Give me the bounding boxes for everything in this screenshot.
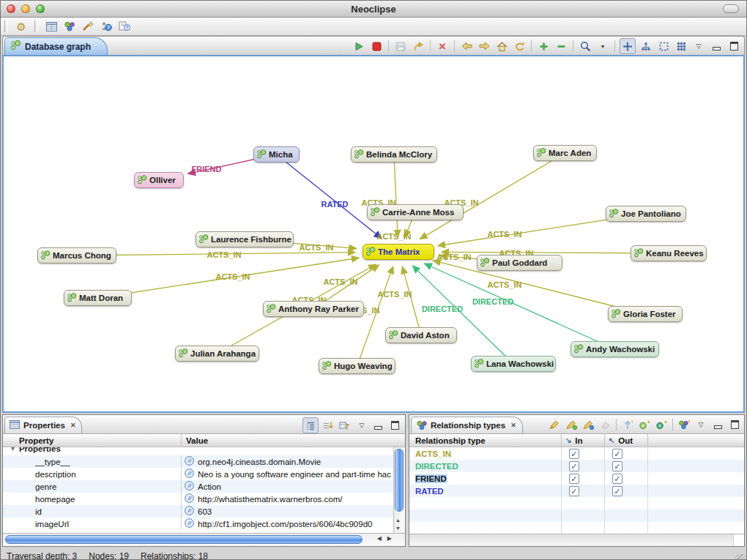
tree-icon[interactable] (302, 417, 319, 433)
graph-canvas[interactable]: FRIENDRATEDACTS_INACTS_INACTS_INACTS_INA… (2, 55, 745, 413)
tab-database-graph[interactable]: Database graph (4, 37, 108, 55)
relationship-row-friend[interactable]: FRIEND✓✓ (409, 472, 744, 485)
minimize-icon[interactable] (709, 39, 724, 53)
menu-icon[interactable]: ▽ (694, 417, 708, 432)
graph-node-keanu[interactable]: Keanu Reeves (631, 245, 707, 261)
maximize-icon[interactable] (388, 418, 403, 433)
out-checkbox[interactable]: ✓ (612, 461, 622, 471)
help-doc-icon[interactable]: ? (117, 19, 132, 34)
property-row-genre[interactable]: genre//Action (3, 480, 405, 493)
property-row-__type__[interactable]: __type__//org.neo4j.cineasts.domain.Movi… (3, 455, 405, 468)
save-icon[interactable] (393, 39, 408, 53)
column-in[interactable]: ↘In (561, 434, 604, 447)
layout-grid-dash-icon[interactable] (656, 39, 671, 53)
in-checkbox[interactable]: ✓ (569, 449, 579, 459)
zoom-in-icon[interactable] (536, 39, 551, 53)
scroll-left-icon[interactable]: ◀ (374, 535, 384, 542)
toolbar-drag-handle[interactable] (34, 20, 38, 32)
graph-nodes-icon[interactable] (62, 19, 77, 34)
tab-properties[interactable]: Properties ✕ (4, 417, 82, 433)
gear-icon[interactable]: ⚙ (14, 19, 29, 34)
relationship-row-acts_in[interactable]: ACTS_IN✓✓ (409, 447, 744, 460)
maximize-icon[interactable] (727, 417, 742, 432)
menu-icon[interactable]: ▽ (691, 39, 706, 53)
close-relationship-types-icon[interactable]: ✕ (510, 422, 516, 429)
marker-add-out-icon[interactable] (581, 417, 595, 432)
resize-grip[interactable] (735, 554, 745, 560)
layout-tree-icon[interactable] (639, 39, 653, 53)
properties-group-row[interactable]: ▼ Properties (3, 447, 405, 455)
inc-arrow-icon[interactable]: ✦ (620, 417, 635, 432)
graph-node-lana[interactable]: Lana Wachowski (471, 356, 556, 372)
out-checkbox[interactable]: ✓ (612, 474, 622, 484)
graph-node-belinda[interactable]: Belinda McClory (351, 146, 437, 163)
graph-node-marcus[interactable]: Marcus Chong (37, 247, 116, 264)
in-checkbox[interactable]: ✓ (569, 486, 579, 496)
layout-radial-icon[interactable] (620, 38, 636, 54)
zoom-out-icon[interactable] (554, 39, 568, 53)
back-icon[interactable] (459, 39, 474, 53)
forward-icon[interactable] (477, 39, 491, 53)
close-properties-icon[interactable]: ✕ (70, 422, 76, 429)
property-row-homepage[interactable]: homepage//http://whatisthematrix.warnerb… (3, 493, 405, 505)
stop-icon[interactable] (369, 39, 384, 53)
graph-node-matt[interactable]: Matt Doran (64, 290, 132, 306)
graph-node-paul[interactable]: Paul Goddard (477, 255, 562, 271)
graph-node-olliver[interactable]: Olliver (134, 172, 184, 188)
graph-node-hugo[interactable]: Hugo Weaving (319, 358, 395, 374)
maximize-icon[interactable] (726, 39, 741, 53)
graph-node-david[interactable]: David Aston (385, 327, 457, 343)
types-add-icon[interactable]: ✦ (677, 417, 691, 432)
minimize-icon[interactable] (710, 417, 725, 432)
home-icon[interactable] (494, 39, 509, 53)
toolbar-drag-handle[interactable] (4, 20, 8, 32)
out-checkbox[interactable]: ✓ (612, 486, 622, 496)
node-add-out-icon[interactable]: ✦ (637, 417, 652, 432)
scroll-up-icon[interactable]: ▲ (395, 518, 401, 523)
property-row-imageUrl[interactable]: imageUrl//http://cf1.imgobject.com/poste… (3, 518, 405, 530)
in-checkbox[interactable]: ✓ (569, 474, 579, 484)
help-person-icon[interactable]: ? (99, 19, 114, 34)
relationship-row-rated[interactable]: RATED✓✓ (409, 485, 744, 497)
graph-node-micha[interactable]: Micha (253, 146, 300, 163)
in-checkbox[interactable]: ✓ (569, 461, 579, 471)
properties-horizontal-scrollbar[interactable]: ◀ ▶ (3, 533, 405, 546)
tab-relationship-types[interactable]: Relationship types ✕ (411, 417, 523, 433)
relationship-horizontal-scroll-track[interactable] (409, 534, 744, 546)
sort-icon[interactable] (321, 418, 335, 433)
graph-node-julian[interactable]: Julian Arahanga (175, 346, 259, 362)
collapse-triangle-icon[interactable]: ▼ (10, 447, 16, 452)
v-scroll-thumb[interactable] (395, 449, 404, 512)
run-icon[interactable] (352, 39, 366, 53)
node-add-in-icon[interactable]: ✦ (654, 417, 669, 432)
magnifier-icon[interactable] (578, 39, 592, 53)
brush-icon[interactable] (81, 19, 95, 34)
marker-add-in-icon[interactable] (564, 417, 579, 432)
filter-icon[interactable] (338, 418, 352, 433)
graph-node-carrie[interactable]: Carrie-Anne Moss (367, 204, 464, 220)
graph-node-anthony[interactable]: Anthony Ray Parker (263, 301, 364, 317)
column-out[interactable]: ↖Out (604, 434, 647, 447)
property-row-description[interactable]: description//Neo is a young software eng… (3, 468, 405, 480)
refresh-icon[interactable] (512, 39, 527, 53)
property-row-id[interactable]: id//603 (3, 505, 405, 518)
graph-node-matrix[interactable]: The Matrix (363, 244, 434, 260)
h-scroll-thumb[interactable] (5, 535, 363, 544)
eraser-icon[interactable] (598, 417, 612, 432)
table-icon[interactable] (44, 19, 59, 34)
scroll-right-icon[interactable]: ▶ (384, 535, 395, 542)
toolbar-toggle-button[interactable] (723, 4, 739, 13)
minimize-icon[interactable] (371, 418, 386, 433)
column-property[interactable]: Property (3, 436, 181, 445)
delete-icon[interactable]: ✕ (435, 39, 450, 53)
graph-node-marcaden[interactable]: Marc Aden (533, 145, 597, 161)
commit-icon[interactable] (411, 39, 425, 53)
graph-node-gloria[interactable]: Gloria Foster (608, 306, 683, 322)
graph-node-andy[interactable]: Andy Wachowski (571, 341, 659, 357)
graph-node-joe[interactable]: Joe Pantoliano (606, 206, 686, 222)
layout-grid-icon[interactable] (674, 39, 688, 53)
dropdown-icon[interactable]: ▾ (595, 39, 610, 53)
graph-node-laurence[interactable]: Laurence Fishburne (196, 231, 294, 247)
relationship-row-directed[interactable]: DIRECTED✓✓ (409, 460, 744, 472)
menu-icon[interactable]: ▽ (354, 418, 369, 433)
